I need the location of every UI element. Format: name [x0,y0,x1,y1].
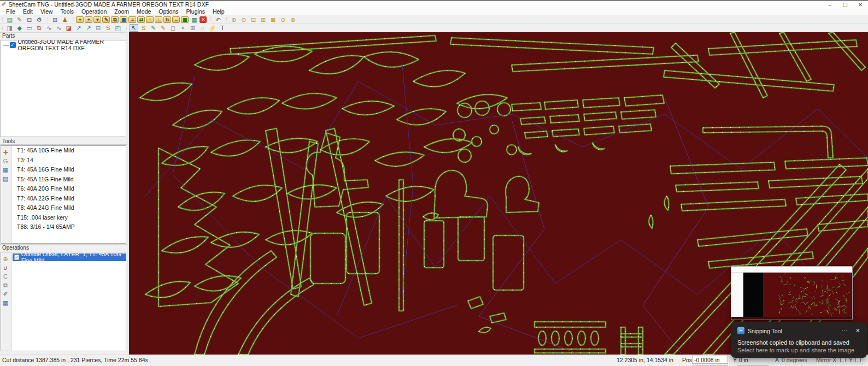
tool-group-icon[interactable]: G [1,157,10,165]
snip-preview-thumbnail[interactable] [731,266,853,320]
toast-more-button[interactable]: ··· [842,327,848,334]
show-path-segments-icon[interactable]: ∿ [55,24,63,32]
show-machine-bed-icon[interactable]: ⊟ [94,24,103,32]
menu-item[interactable]: View [37,8,57,15]
new-job-icon[interactable]: ▤ [5,16,14,23]
insert-operation-icon[interactable]: ∪ [1,264,10,271]
tool-item[interactable]: T6: 40A 20G Fine Mild [13,184,126,194]
restore-button[interactable]: ▢ [837,1,853,8]
operations-toolbar: ⊕∪C⧉✐▦ [1,252,12,351]
menu-item[interactable]: Options [155,8,182,15]
undo-icon[interactable]: ↶ [214,16,222,23]
menu-item[interactable]: Operation [78,8,110,15]
menu-item[interactable]: Edit [19,8,37,15]
edit-part-icon[interactable]: ✎ [102,16,110,23]
tool-item[interactable]: T5: 45A 11G Fine Mild [13,175,126,185]
menu-item[interactable]: Help [209,8,228,15]
print-job-icon[interactable]: ⊟ [25,16,34,23]
operation-group-icon[interactable]: C [1,273,10,280]
mirror-part-icon[interactable]: ↔ [172,16,180,23]
save-part-icon[interactable]: ▾ [93,16,101,23]
toolbar-main: ▤✎⊟⚙⊞♟++▾✎⧉▣≡⇄↑↓↻↔▦▦✕↶⊕⊖⊡⊞⊠⊙⊛ [0,15,868,24]
tool-item[interactable]: T4: 45A 16G Fine Mild [13,165,126,175]
edit-lead-icon[interactable]: ✎ [159,24,168,32]
tool-item[interactable]: T8: 40A 24G Fine Mild [13,203,126,213]
tool-item[interactable]: T3: 14 [13,156,126,166]
show-rapids-icon[interactable]: ↗ [74,24,83,32]
part-item[interactable]: — ✓ Untitled-3GOD MADE A FARMER OREGON T… [1,40,126,49]
add-text-icon[interactable]: T [218,24,227,32]
show-start-points-icon[interactable]: S [104,24,113,32]
menu-item[interactable]: File [2,8,19,15]
duplicate-part-icon[interactable]: + [85,16,92,23]
menu-item[interactable]: Tools [57,8,78,15]
show-contours-icon[interactable]: ⧉ [35,24,44,32]
operations-panel-header: Operations [0,244,127,251]
copy-part-icon[interactable]: ⧉ [111,16,119,23]
operation-table-icon[interactable]: ▦ [1,299,10,306]
snipping-tool-toast[interactable]: ✂ Snipping Tool ··· ✕ Screenshot copied … [731,322,867,358]
show-window-icon[interactable]: ▭ [25,24,34,32]
tool-item[interactable]: T88: 3/16 - 1/4 65AMP [13,222,126,232]
simulate-icon[interactable]: ⊞ [189,24,197,32]
zoom-drawing-icon[interactable]: ⊡ [249,16,258,23]
move-part-down-icon[interactable]: ↓ [155,16,162,23]
copy-operation-icon[interactable]: ⧉ [1,281,10,289]
tool-table-icon[interactable]: ▦ [1,166,10,174]
show-lead-ins-icon[interactable]: ↗ [84,24,93,32]
import-drawing-icon[interactable]: ✎ [15,16,24,23]
toast-close-button[interactable]: ✕ [855,327,860,334]
menu-item[interactable]: Mode [133,8,155,15]
close-button[interactable]: ✕ [853,1,868,8]
group-parts-icon[interactable]: ≡ [128,16,136,23]
zoom-in-icon[interactable]: ⊕ [230,16,238,23]
operation-checkbox[interactable]: ✓ [14,255,19,260]
part-label[interactable]: Untitled-3GOD MADE A FARMER OREGON TEXT … [18,40,126,51]
menu-item[interactable]: Zoom [110,8,133,15]
plasma-bolt-icon[interactable]: ⚡ [208,24,217,32]
import-part-table-icon[interactable]: ▦ [190,16,198,23]
toggle-material-icon[interactable]: ◨ [5,24,14,32]
rotate-part-icon[interactable]: ↻ [163,16,171,23]
pos-x-value[interactable]: -0.0008 in [692,356,728,364]
zoom-machine-icon[interactable]: ⊛ [289,16,297,23]
tool-item[interactable]: T1: 45A 10G Fine Mild [13,146,126,156]
part-checkbox[interactable]: ✓ [10,42,16,48]
edit-contour-icon[interactable]: ✎ [149,24,158,32]
snipping-tool-icon: ✂ [737,327,744,334]
show-solid-icon[interactable]: ◆ [15,24,24,32]
tools-toolbar: ✚G▦▤ [1,146,12,243]
post-process-icon[interactable]: ⚙ [35,16,44,23]
delete-part-icon[interactable]: ✕ [200,16,207,23]
select-tool-icon[interactable]: ↖ [130,24,138,32]
add-tool-icon[interactable]: ✚ [1,149,10,156]
add-operation-icon[interactable]: ⊕ [1,255,10,263]
operation-label: Outside Offset, LAYER_1, T1: 45A 10G Fin… [21,252,126,264]
arrange-parts-icon[interactable]: ⇄ [137,16,145,23]
toast-app-name: Snipping Tool [748,328,782,334]
menu-item[interactable]: Plugins [183,8,209,15]
show-cut-direction-icon[interactable]: ◪ [64,24,73,32]
nest-parts-icon[interactable]: ▦ [181,16,189,23]
edit-operation-icon[interactable]: ✐ [1,290,10,298]
tool-item[interactable]: T7: 40A 22G Fine Mild [13,194,126,204]
tool-item[interactable]: T15: .004 laser kery [13,213,126,223]
move-part-up-icon[interactable]: ↑ [146,16,154,23]
zoom-selected-icon[interactable]: ⊙ [279,16,288,23]
calculator-icon[interactable]: ⊞ [51,16,60,23]
operation-item-selected[interactable]: ✓ Outside Offset, LAYER_1, T1: 45A 10G F… [13,253,126,261]
zoom-out-icon[interactable]: ⊖ [239,16,248,23]
rubber-band-select-icon[interactable]: ◌ [198,24,207,32]
set-start-point-icon[interactable]: S [139,24,148,32]
zoom-window-icon[interactable]: ⊠ [269,16,278,23]
tool-library-icon[interactable]: ▤ [1,175,10,182]
show-path-nodes-icon[interactable]: ∿ [45,24,54,32]
measure-icon[interactable]: ◻ [169,24,178,32]
add-part-icon[interactable]: + [76,16,84,23]
zoom-part-icon[interactable]: ⊞ [259,16,268,23]
run-job-icon[interactable]: ♟ [61,16,69,23]
paste-part-icon[interactable]: ▣ [120,16,127,23]
minimize-button[interactable]: – [822,1,837,8]
move-origin-icon[interactable]: ⌖ [179,24,187,32]
show-material-edge-icon[interactable]: ◰ [114,24,122,32]
